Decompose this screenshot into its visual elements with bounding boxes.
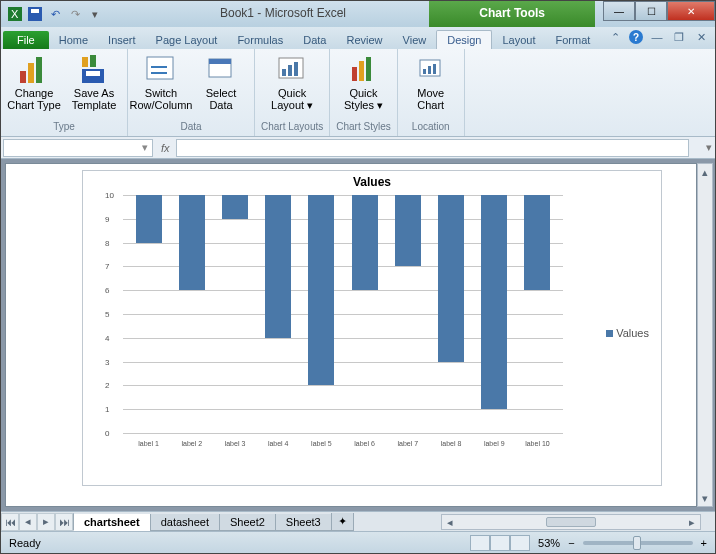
y-axis-label: 6 (105, 286, 109, 295)
svg-rect-16 (288, 65, 292, 76)
sheet-tab-sheet3[interactable]: Sheet3 (275, 514, 332, 531)
x-axis-label: label 9 (484, 440, 505, 447)
chart-sheet[interactable]: Values 012345678910label 1label 2label 3… (5, 163, 697, 507)
zoom-out-button[interactable]: − (568, 537, 574, 549)
data-bar[interactable] (222, 195, 248, 219)
tab-data[interactable]: Data (293, 31, 336, 49)
data-bar[interactable] (395, 195, 421, 266)
tab-insert[interactable]: Insert (98, 31, 146, 49)
plot-area[interactable]: 012345678910label 1label 2label 3label 4… (123, 195, 563, 455)
scroll-right-icon[interactable]: ▸ (684, 516, 700, 529)
svg-rect-13 (209, 59, 231, 64)
page-layout-view-button[interactable] (490, 535, 510, 551)
svg-rect-8 (86, 71, 100, 76)
status-bar: Ready 53% − + (1, 531, 715, 553)
bar-slot: label 3 (213, 195, 256, 433)
new-sheet-button[interactable]: ✦ (331, 513, 354, 531)
formula-input[interactable] (176, 139, 689, 157)
close-button[interactable]: ✕ (667, 1, 715, 21)
gridline (123, 433, 563, 434)
bar-slot: label 7 (386, 195, 429, 433)
chart-object[interactable]: Values 012345678910label 1label 2label 3… (82, 170, 662, 486)
name-box[interactable]: ▾ (3, 139, 153, 157)
scroll-left-icon[interactable]: ◂ (442, 516, 458, 529)
sheet-tab-bar: ⏮ ◂ ▸ ⏭ chartsheet datasheet Sheet2 Shee… (1, 511, 715, 531)
tab-formulas[interactable]: Formulas (227, 31, 293, 49)
next-sheet-button[interactable]: ▸ (37, 513, 55, 531)
vertical-scrollbar[interactable]: ▴ ▾ (697, 163, 713, 507)
sheet-tab-sheet2[interactable]: Sheet2 (219, 514, 276, 531)
data-bar[interactable] (438, 195, 464, 362)
save-icon[interactable] (27, 6, 43, 22)
ribbon-group-chart-styles: QuickStyles ▾ Chart Styles (330, 49, 397, 136)
quick-styles-button[interactable]: QuickStyles ▾ (337, 53, 391, 111)
redo-icon[interactable]: ↷ (67, 6, 83, 22)
tab-file[interactable]: File (3, 31, 49, 49)
maximize-button[interactable]: ☐ (635, 1, 667, 21)
scroll-up-icon[interactable]: ▴ (702, 164, 708, 180)
minimize-ribbon-icon[interactable]: ⌃ (607, 29, 623, 45)
sheet-tab-chartsheet[interactable]: chartsheet (73, 514, 151, 531)
save-as-template-button[interactable]: Save AsTemplate (67, 53, 121, 111)
horizontal-scrollbar[interactable]: ◂ ▸ (441, 514, 701, 530)
data-bar[interactable] (481, 195, 507, 409)
tab-format[interactable]: Format (545, 31, 600, 49)
minimize-button[interactable]: — (603, 1, 635, 21)
tab-review[interactable]: Review (336, 31, 392, 49)
tab-view[interactable]: View (393, 31, 437, 49)
data-bar[interactable] (179, 195, 205, 290)
chart-title[interactable]: Values (83, 171, 661, 189)
move-chart-button[interactable]: MoveChart (404, 53, 458, 111)
sheet-tab-datasheet[interactable]: datasheet (150, 514, 220, 531)
data-bar[interactable] (136, 195, 162, 243)
page-break-view-button[interactable] (510, 535, 530, 551)
select-data-button[interactable]: SelectData (194, 53, 248, 111)
zoom-slider[interactable] (583, 541, 693, 545)
qat-dropdown-icon[interactable]: ▾ (87, 6, 103, 22)
chevron-down-icon[interactable]: ▾ (142, 141, 148, 154)
svg-rect-3 (31, 9, 39, 13)
quick-layout-button[interactable]: QuickLayout ▾ (265, 53, 319, 111)
move-chart-icon (415, 53, 447, 85)
y-axis-label: 3 (105, 357, 109, 366)
change-chart-type-button[interactable]: ChangeChart Type (7, 53, 61, 111)
tab-home[interactable]: Home (49, 31, 98, 49)
first-sheet-button[interactable]: ⏮ (1, 513, 19, 531)
chart-legend[interactable]: Values (606, 327, 649, 339)
svg-rect-4 (20, 71, 26, 83)
last-sheet-button[interactable]: ⏭ (55, 513, 73, 531)
ribbon-group-type: ChangeChart Type Save AsTemplate Type (1, 49, 128, 136)
prev-sheet-button[interactable]: ◂ (19, 513, 37, 531)
scroll-thumb[interactable] (546, 517, 596, 527)
scroll-down-icon[interactable]: ▾ (702, 490, 708, 506)
help-icon[interactable]: ? (629, 30, 643, 44)
tab-design[interactable]: Design (436, 30, 492, 49)
formula-expand-icon[interactable]: ▾ (703, 141, 715, 154)
svg-text:X: X (11, 8, 19, 20)
data-bar[interactable] (524, 195, 550, 290)
window-title: Book1 - Microsoft Excel (151, 6, 415, 20)
svg-rect-18 (352, 67, 357, 81)
switch-row-column-button[interactable]: SwitchRow/Column (134, 53, 188, 111)
switch-icon (145, 53, 177, 85)
zoom-in-button[interactable]: + (701, 537, 707, 549)
zoom-level[interactable]: 53% (538, 537, 560, 549)
child-minimize-icon[interactable]: — (649, 29, 665, 45)
quick-access-toolbar: X ↶ ↷ ▾ (1, 1, 109, 27)
tab-layout[interactable]: Layout (492, 31, 545, 49)
child-close-icon[interactable]: ✕ (693, 29, 709, 45)
child-restore-icon[interactable]: ❐ (671, 29, 687, 45)
svg-rect-22 (423, 69, 426, 74)
data-bar[interactable] (352, 195, 378, 290)
worksheet-area: Values 012345678910label 1label 2label 3… (1, 159, 715, 511)
data-bar[interactable] (308, 195, 334, 385)
svg-rect-20 (366, 57, 371, 81)
zoom-slider-knob[interactable] (633, 536, 641, 550)
select-data-icon (205, 53, 237, 85)
layout-icon (276, 53, 308, 85)
normal-view-button[interactable] (470, 535, 490, 551)
data-bar[interactable] (265, 195, 291, 338)
undo-icon[interactable]: ↶ (47, 6, 63, 22)
fx-label[interactable]: fx (155, 142, 176, 154)
tab-page-layout[interactable]: Page Layout (146, 31, 228, 49)
